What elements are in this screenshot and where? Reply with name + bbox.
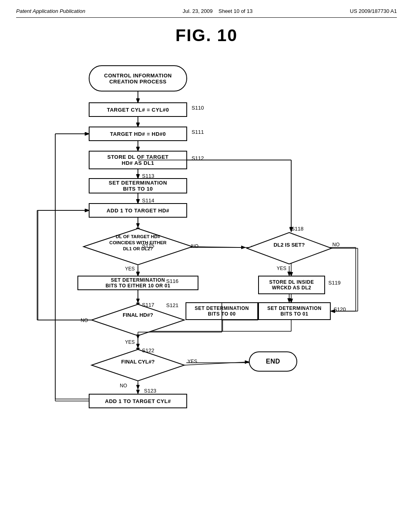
- s110-step: S110: [192, 105, 204, 111]
- s114-box: ADD 1 TO TARGET HD#: [89, 203, 187, 218]
- s123-step-label: S123: [144, 388, 156, 394]
- page-header: Patent Application Publication Jul. 23, …: [16, 8, 397, 18]
- s115-yes: YES: [125, 266, 135, 272]
- s114-label: ADD 1 TO TARGET HD#: [106, 208, 169, 214]
- s110-box: TARGET CYL# = CYL#0: [89, 102, 187, 117]
- s118-step: S118: [291, 226, 303, 232]
- start-node: CONTROL INFORMATION CREATION PROCESS: [89, 65, 187, 91]
- s121-box: SET DETERMINATION BITS TO 00: [186, 302, 258, 320]
- s121-label: SET DETERMINATION BITS TO 00: [195, 305, 249, 317]
- header-date: Jul. 23, 2009: [183, 8, 213, 14]
- s114-step-label: S114: [142, 197, 154, 204]
- svg-marker-32: [92, 349, 184, 381]
- s118-no: NO: [332, 242, 340, 247]
- s120-box: SET DETERMINATION BITS TO 01: [258, 302, 331, 320]
- end-node: END: [249, 351, 297, 372]
- s120-label: SET DETERMINATION BITS TO 01: [267, 305, 321, 317]
- s117-no: NO: [81, 318, 88, 323]
- header-date-sheet: Jul. 23, 2009 Sheet 10 of 13: [183, 8, 252, 14]
- s115-no: NO: [191, 243, 198, 249]
- s123-label: ADD 1 TO TARGET CYL#: [105, 398, 171, 404]
- s119-step: S119: [328, 280, 340, 286]
- s110-label: TARGET CYL# = CYL#0: [107, 107, 169, 113]
- header-patent-number: US 2009/187730 A1: [350, 8, 397, 14]
- s118-text: DL2 IS SET?: [253, 242, 325, 248]
- svg-marker-30: [92, 304, 184, 336]
- s117-step: S117: [142, 302, 154, 308]
- s122-diamond-container: FINAL CYL#?: [90, 347, 186, 383]
- s116-box: SET DETERMINATION BITS TO EITHER 10 OR 0…: [77, 276, 198, 290]
- s120-step: S120: [334, 306, 346, 312]
- s115-step: S115: [142, 243, 154, 249]
- flowchart: CONTROL INFORMATION CREATION PROCESS TAR…: [25, 57, 388, 513]
- s115-text: DL OF TARGET HD#COINCIDES WITH EITHERDL1…: [94, 234, 182, 252]
- figure-title: FIG. 10: [16, 26, 397, 45]
- s111-label: TARGET HD# = HD#0: [110, 131, 166, 137]
- s121-step: S121: [166, 302, 178, 308]
- s111-box: TARGET HD# = HD#0: [89, 127, 187, 141]
- s119-label: STORE DL INSIDE WRCKD AS DL2: [269, 279, 314, 291]
- page: Patent Application Publication Jul. 23, …: [0, 0, 413, 532]
- s117-text: FINAL HD#?: [98, 312, 178, 318]
- s122-no: NO: [120, 383, 127, 389]
- s113-box: SET DETERMINATION BITS TO 10: [89, 178, 187, 193]
- s117-yes: YES: [125, 339, 135, 345]
- s123-box: ADD 1 TO TARGET CYL#: [89, 394, 187, 408]
- s113-label: SET DETERMINATION BITS TO 10: [109, 180, 167, 192]
- s115-diamond-container: DL OF TARGET HD#COINCIDES WITH EITHERDL1…: [81, 227, 194, 267]
- s116-label: SET DETERMINATION BITS TO EITHER 10 OR 0…: [106, 277, 171, 289]
- s112-label: STORE DL OF TARGET HD# AS DL1: [107, 154, 169, 166]
- s119-box: STORE DL INSIDE WRCKD AS DL2: [258, 276, 325, 294]
- s122-text: FINAL CYL#?: [98, 359, 178, 365]
- s118-diamond-container: DL2 IS SET?: [245, 231, 334, 266]
- header-publication: Patent Application Publication: [16, 8, 86, 14]
- s112-box: STORE DL OF TARGET HD# AS DL1: [89, 151, 187, 169]
- header-sheet: Sheet 10 of 13: [219, 8, 253, 14]
- s112-step: S112: [192, 155, 204, 161]
- end-label: END: [266, 358, 280, 365]
- s122-yes: YES: [188, 359, 197, 364]
- svg-marker-31: [247, 233, 332, 264]
- s118-yes: YES: [277, 266, 286, 271]
- s111-step: S111: [192, 129, 204, 135]
- s116-step: S116: [166, 278, 178, 284]
- start-label: CONTROL INFORMATION CREATION PROCESS: [104, 73, 172, 85]
- s122-step: S122: [142, 347, 154, 353]
